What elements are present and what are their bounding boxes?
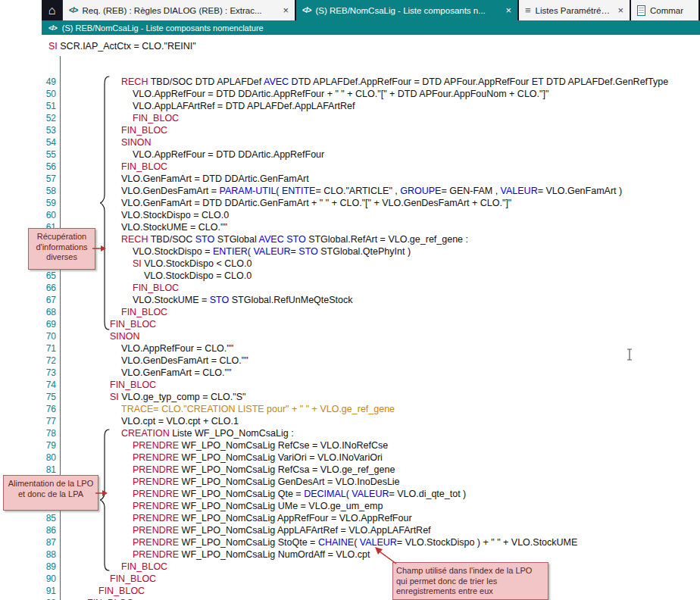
line-number: 65 (0, 270, 56, 281)
code-text: PRENDRE WF_LPO_NomCsaLig RefCsa = VLO.ge… (133, 464, 395, 475)
tab-label: Commar (650, 6, 683, 15)
tab-nomcsalig[interactable]: </> (S) REB/NomCsaLig - Liste composants… (296, 0, 519, 20)
line-number: 75 (0, 392, 56, 402)
code-token: STO (286, 234, 305, 245)
code-token: CHAINE (318, 537, 354, 548)
close-icon[interactable]: × (280, 5, 289, 16)
code-token: VLO.StockDispo = CLO.0 (121, 210, 229, 220)
line-number: 86 (0, 525, 56, 536)
code-token: FIN_BLOC (98, 586, 145, 596)
code-text: PRENDRE WF_LPO_NomCsaLig NumOrdAff = VLO… (133, 549, 370, 560)
code-line[interactable]: 92FIN_BLOC (0, 597, 700, 600)
code-line[interactable]: 70SINON (0, 330, 700, 342)
code-token: PRENDRE (133, 501, 179, 511)
code-line[interactable]: 75SI VLO.ge_typ_comp = CLO."S" (0, 391, 700, 403)
code-token: SINON (121, 137, 152, 148)
code-text: PRENDRE WF_LPO_NomCsaLig VariOri = VLO.I… (133, 452, 383, 463)
code-text: RECH TBD/SOC DTD APLAFDef AVEC DTD APLAF… (121, 77, 668, 87)
code-text: VLO.GenDesFamArt = CLO."" (121, 355, 248, 366)
code-token: TBD/SOC (148, 234, 195, 245)
code-token: FIN_BLOC (133, 283, 179, 293)
code-text: FIN_BLOC (110, 319, 156, 330)
line-number: 78 (0, 428, 56, 439)
annotation-arrow (95, 488, 108, 498)
code-line[interactable]: 71VLO.AppRefFour = CLO."" (0, 342, 700, 355)
code-line[interactable]: 90FIN_BLOC (0, 573, 700, 585)
code-text: FIN_BLOC (121, 561, 167, 572)
tab-commandes[interactable]: Commar (631, 0, 700, 20)
header-code-line: SI SCR.IAP_ActCtx = CLO."REINI" (48, 41, 196, 52)
line-number: 80 (0, 452, 56, 463)
tab-regles-dialog[interactable]: </> Req. (REB) : Règles DIALOG (REB) : E… (63, 0, 296, 20)
document-title-bar: </> (S) REB/NomCsaLig - Liste composants… (42, 20, 700, 35)
close-icon[interactable]: × (502, 5, 511, 16)
code-token: GROUPE (400, 186, 441, 196)
home-icon: ⌂ (48, 4, 56, 17)
tab-listes-parametrees[interactable]: ≡ Listes Paramétrées × (519, 0, 631, 20)
code-line[interactable]: 73VLO.GenFamArt = CLO."" (0, 367, 700, 379)
code-token: WF_LPO_NomCsaLig AppRefFour = VLO.AppRef… (179, 513, 411, 523)
code-token: FIN_BLOC (121, 125, 167, 136)
code-text: SINON (121, 137, 152, 148)
line-number: 89 (0, 561, 56, 572)
line-number: 54 (0, 137, 56, 148)
tab-label: (S) REB/NomCsaLig - Liste composants n..… (315, 6, 485, 15)
code-token: WF_LPO_NomCsaLig RefCse = VLO.INoRefCse (179, 440, 388, 451)
code-text: FIN_BLOC (133, 113, 179, 123)
code-token: PRENDRE (133, 513, 179, 523)
line-number: 71 (0, 343, 56, 354)
code-line[interactable]: 76TRACE= CLO."CREATION LISTE pour" + " "… (0, 403, 700, 415)
line-number: 90 (0, 573, 56, 584)
code-token: = VLO.di_qte_tot ) (389, 489, 466, 499)
code-token: RECH (121, 234, 148, 245)
code-icon: </> (69, 6, 77, 14)
code-token: SCR.IAP_ActCtx = CLO."REINI" (58, 41, 196, 52)
code-token: WF_LPO_NomCsaLig RefCsa = VLO.ge_ref_gen… (179, 464, 395, 475)
code-token: ET (532, 77, 544, 87)
code-text: CREATION Liste WF_LPO_NomCsaLig : (121, 428, 294, 439)
code-token: ( (354, 537, 360, 548)
code-token: PRENDRE (133, 489, 179, 499)
code-text: VLO.AppLAFArtRef = DTD APLAFDef.AppLAFAr… (133, 101, 355, 111)
code-line[interactable]: 72VLO.GenDesFamArt = CLO."" (0, 355, 700, 367)
line-number: 87 (0, 537, 56, 548)
code-text: VLO.AppRefFour = DTD DDArtic.AppRefFour … (133, 89, 548, 99)
code-icon: </> (48, 23, 57, 32)
code-token: ( (276, 186, 282, 196)
code-token: STGlobal.QtePhyInt ) (318, 246, 411, 257)
annotation-text: enregistrements entre eux (396, 586, 545, 597)
code-text: VLO.AppRefFour = CLO."" (121, 343, 233, 354)
code-block-brace (99, 75, 111, 331)
tab-bar: ⌂ </> Req. (REB) : Règles DIALOG (REB) :… (42, 0, 700, 20)
code-token: = (291, 246, 299, 257)
annotation-text: diverses (32, 252, 92, 263)
code-token: Liste WF_LPO_NomCsaLig : (170, 428, 294, 439)
code-line[interactable]: 91FIN_BLOC (0, 585, 700, 597)
line-number: 67 (0, 295, 56, 305)
code-token: FIN_BLOC (121, 161, 167, 172)
code-token: VLO.AppRefFour = CLO."" (121, 343, 233, 354)
code-token: TBD/SOC DTD APLAFDef (148, 77, 264, 87)
line-number: 88 (0, 549, 56, 560)
code-token: STO (195, 234, 214, 245)
annotation-text: Champ utilisé dans l'index de la LPO (396, 566, 545, 577)
code-text: VLO.StockUME = STO STGlobal.RefUnMeQteSt… (133, 295, 353, 305)
code-token: STGlobal (214, 234, 258, 245)
code-text: PRENDRE WF_LPO_NomCsaLig AppRefFour = VL… (133, 513, 412, 523)
code-token: PRENDRE (133, 549, 179, 560)
close-icon[interactable]: × (614, 5, 623, 16)
line-number: 77 (0, 416, 56, 427)
home-button[interactable]: ⌂ (42, 0, 63, 20)
code-line[interactable]: 74FIN_BLOC (0, 379, 700, 391)
code-text: FIN_BLOC (98, 586, 145, 596)
code-token: PRENDRE (133, 477, 179, 487)
annotation-text: Alimentation de la LPO (7, 479, 95, 489)
code-line[interactable]: 77VLO.cpt = VLO.cpt + CLO.1 (0, 415, 700, 427)
code-token: SI (48, 41, 58, 52)
code-token: VLO.AppRefFour = DTD DDArtic.AppRefFour (133, 149, 324, 160)
line-number: 68 (0, 307, 56, 317)
line-number: 74 (0, 380, 56, 390)
line-number: 81 (0, 464, 56, 475)
code-token: STO (298, 246, 317, 257)
code-text: FIN_BLOC (121, 125, 167, 136)
